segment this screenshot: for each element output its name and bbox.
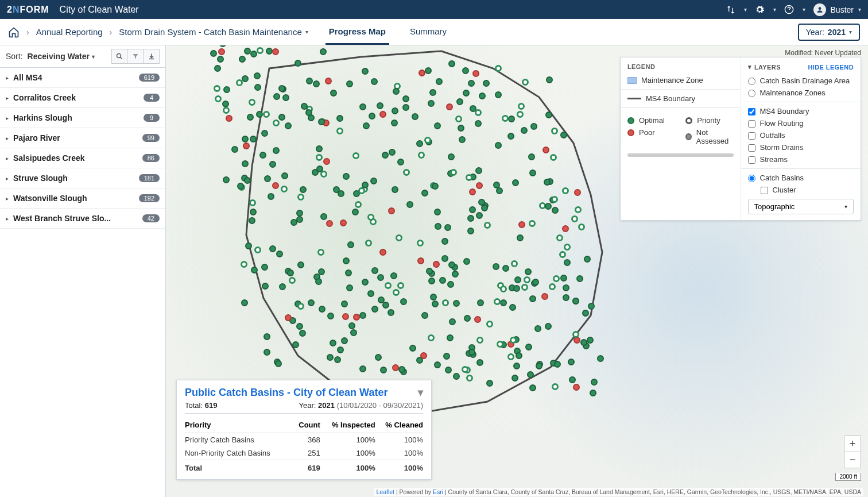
catch-basin-dot[interactable] [336,115,343,122]
catch-basin-dot[interactable] [575,206,582,213]
catch-basin-dot[interactable] [525,268,532,275]
catch-basin-dot[interactable] [320,171,327,178]
catch-basin-dot[interactable] [587,337,594,344]
catch-basin-dot[interactable] [518,103,525,110]
catch-basin-dot[interactable] [341,300,348,307]
catch-basin-dot[interactable] [530,123,537,130]
catch-basin-dot[interactable] [261,264,268,271]
catch-basin-dot[interactable] [320,48,327,55]
catch-basin-dot[interactable] [426,268,433,275]
catch-basin-dot[interactable] [452,271,459,278]
catch-basin-dot[interactable] [378,296,385,303]
catch-basin-dot[interactable] [529,169,536,176]
catch-basin-dot[interactable] [495,65,502,72]
catch-basin-dot[interactable] [398,366,405,373]
catch-basin-dot[interactable] [476,337,483,344]
sidebar-item[interactable]: ▸Struve Slough181 [0,168,165,188]
catch-basin-dot[interactable] [588,303,595,310]
catch-basin-dot[interactable] [475,120,482,127]
catch-basin-dot[interactable] [432,300,439,307]
catch-basin-dot[interactable] [371,78,378,85]
catch-basin-dot[interactable] [269,245,276,252]
catch-basin-dot[interactable] [495,142,502,149]
catch-basin-dot[interactable] [297,261,304,268]
catch-basin-dot[interactable] [282,94,289,101]
catch-basin-dot[interactable] [276,251,283,257]
catch-basin-dot[interactable] [347,241,354,248]
year-selector[interactable]: Year: 2021 ▾ [798,24,860,41]
catch-basin-dot[interactable] [375,354,382,361]
catch-basin-dot[interactable] [406,201,413,208]
catch-basin-dot[interactable] [580,339,587,346]
catch-basin-dot[interactable] [544,179,551,186]
catch-basin-dot[interactable] [484,222,491,229]
catch-basin-dot[interactable] [305,109,312,116]
catch-basin-dot[interactable] [481,205,488,211]
catch-basin-dot[interactable] [353,314,360,321]
catch-basin-dot[interactable] [572,331,579,338]
catch-basin-dot[interactable] [428,334,435,341]
catch-basin-dot[interactable] [312,169,319,176]
catch-basin-dot[interactable] [512,179,519,186]
catch-basin-dot[interactable] [379,249,386,256]
catch-basin-dot[interactable] [379,111,386,118]
collapse-icon[interactable]: ▾ [418,386,423,399]
catch-basin-dot[interactable] [402,104,409,111]
catch-basin-dot[interactable] [441,238,448,245]
catch-basin-dot[interactable] [448,60,455,67]
layer-outfalls[interactable]: Outfalls [748,131,854,140]
catch-basin-dot[interactable] [536,363,542,369]
catch-basin-dot[interactable] [300,186,307,193]
catch-basin-dot[interactable] [439,277,446,284]
hide-legend-button[interactable]: HIDE LEGEND [808,64,854,71]
catch-basin-dot[interactable] [340,219,347,226]
catch-basin-dot[interactable] [362,279,369,286]
zoom-out-button[interactable]: − [844,452,861,468]
layer-storm-drains[interactable]: Storm Drains [748,143,854,152]
catch-basin-dot[interactable] [297,303,304,310]
catch-basin-dot[interactable] [428,100,435,107]
catch-basin-dot[interactable] [453,300,460,307]
catch-basin-dot[interactable] [281,186,288,192]
catch-basin-dot[interactable] [466,375,473,382]
catch-basin-dot[interactable] [552,383,559,390]
catch-basin-dot[interactable] [486,380,493,387]
catch-basin-dot[interactable] [249,217,255,224]
catch-basin-dot[interactable] [296,323,303,330]
catch-basin-dot[interactable] [552,207,559,214]
catch-basin-dot[interactable] [576,275,583,282]
catch-basin-dot[interactable] [392,364,399,371]
catch-basin-dot[interactable] [392,107,398,114]
search-button[interactable] [111,49,127,64]
catch-basin-dot[interactable] [418,152,425,159]
catch-basin-dot[interactable] [545,323,552,330]
layer-maintenance-zones[interactable]: Maintenance Zones [748,88,854,97]
catch-basin-dot[interactable] [466,174,472,181]
catch-basin-dot[interactable] [264,175,271,182]
catch-basin-dot[interactable] [534,325,541,332]
catch-basin-dot[interactable] [597,355,604,362]
catch-basin-dot[interactable] [571,215,578,222]
filter-button[interactable] [127,49,144,64]
catch-basin-dot[interactable] [524,276,530,283]
catch-basin-dot[interactable] [532,279,539,286]
catch-basin-dot[interactable] [327,354,334,361]
catch-basin-dot[interactable] [345,269,352,276]
catch-basin-dot[interactable] [562,187,569,194]
catch-basin-dot[interactable] [450,169,457,176]
catch-basin-dot[interactable] [393,289,400,296]
sidebar-item[interactable]: ▸Corralitos Creek4 [0,88,165,108]
catch-basin-dot[interactable] [469,188,476,195]
catch-basin-dot[interactable] [330,90,337,97]
catch-basin-dot[interactable] [226,115,232,122]
catch-basin-dot[interactable] [301,103,308,110]
catch-basin-dot[interactable] [514,276,521,283]
catch-basin-dot[interactable] [469,206,476,213]
catch-basin-dot[interactable] [476,182,483,189]
catch-basin-dot[interactable] [475,167,482,174]
catch-basin-dot[interactable] [317,249,324,256]
catch-basin-dot[interactable] [323,158,330,165]
catch-basin-dot[interactable] [241,299,248,306]
catch-basin-dot[interactable] [464,315,471,322]
catch-basin-dot[interactable] [551,128,558,134]
